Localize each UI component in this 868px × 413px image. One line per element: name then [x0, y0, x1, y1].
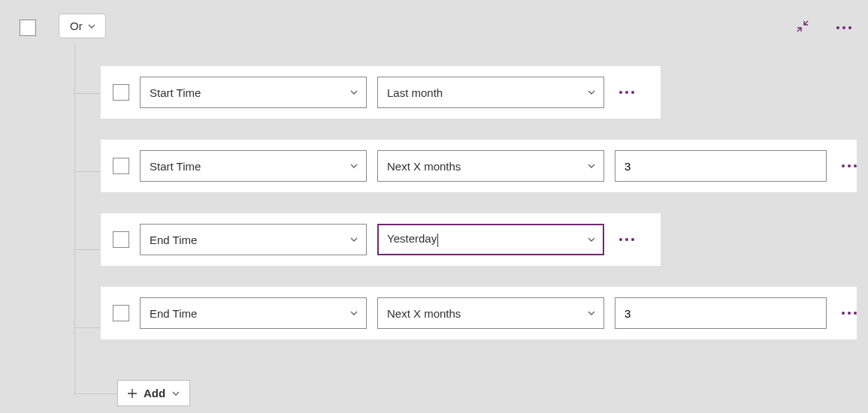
tree-connector-horizontal	[74, 327, 101, 328]
checkbox-condition[interactable]	[113, 231, 129, 248]
operator-select[interactable]: Yesterday	[377, 224, 604, 255]
more-actions-button[interactable]	[833, 23, 854, 32]
tree-connector-horizontal	[74, 93, 101, 94]
condition-row: Start Time Last month	[101, 66, 661, 119]
tree-connector-horizontal	[74, 393, 117, 394]
field-select[interactable]: Start Time	[140, 150, 367, 182]
field-value: End Time	[150, 307, 197, 320]
operator-value: Last month	[387, 86, 443, 99]
value-input[interactable]	[615, 150, 827, 182]
chevron-down-icon	[587, 161, 596, 170]
field-value: Start Time	[150, 86, 201, 99]
add-condition-button[interactable]: Add	[117, 380, 190, 406]
row-more-actions[interactable]	[839, 309, 860, 318]
row-more-actions[interactable]	[616, 235, 637, 244]
chevron-down-icon	[587, 309, 596, 318]
field-select[interactable]: End Time	[140, 297, 367, 329]
conditions-list: Start Time Last month Start Time	[101, 66, 857, 360]
operator-select[interactable]: Last month	[377, 77, 604, 108]
add-label: Add	[144, 387, 165, 399]
checkbox-root[interactable]	[20, 20, 36, 36]
condition-row: Start Time Next X months	[101, 140, 857, 192]
top-actions	[794, 18, 854, 37]
text-caret-icon	[437, 234, 438, 247]
plus-icon	[127, 388, 138, 399]
chevron-down-icon	[349, 309, 358, 318]
condition-row: End Time Next X months	[101, 287, 857, 339]
group-operator-select[interactable]: Or	[59, 14, 106, 38]
checkbox-condition[interactable]	[113, 84, 129, 101]
checkbox-condition[interactable]	[113, 305, 129, 321]
field-value: End Time	[150, 234, 197, 246]
operator-value: Next X months	[387, 307, 461, 320]
chevron-down-icon	[171, 389, 180, 398]
field-select[interactable]: End Time	[140, 224, 367, 255]
operator-value: Next X months	[387, 160, 461, 173]
chevron-down-icon	[349, 88, 358, 97]
field-value: Start Time	[150, 160, 201, 173]
chevron-down-icon	[87, 22, 96, 31]
tree-connector-horizontal	[74, 249, 101, 250]
filter-canvas: Or Start Time	[0, 0, 868, 30]
operator-select[interactable]: Next X months	[377, 297, 604, 329]
chevron-down-icon	[349, 161, 358, 170]
checkbox-condition[interactable]	[113, 158, 129, 174]
row-more-actions[interactable]	[616, 88, 637, 97]
condition-row: End Time Yesterday	[101, 213, 661, 266]
field-select[interactable]: Start Time	[140, 77, 367, 108]
row-more-actions[interactable]	[839, 161, 860, 170]
value-input[interactable]	[615, 297, 827, 329]
operator-value: Yesterday	[387, 232, 438, 246]
group-operator-label: Or	[70, 20, 83, 32]
chevron-down-icon	[349, 235, 358, 244]
chevron-down-icon	[587, 235, 596, 244]
tree-connector-vertical	[74, 44, 75, 393]
tree-connector-horizontal	[74, 171, 101, 172]
collapse-icon[interactable]	[794, 18, 811, 37]
chevron-down-icon	[587, 88, 596, 97]
operator-select[interactable]: Next X months	[377, 150, 604, 182]
